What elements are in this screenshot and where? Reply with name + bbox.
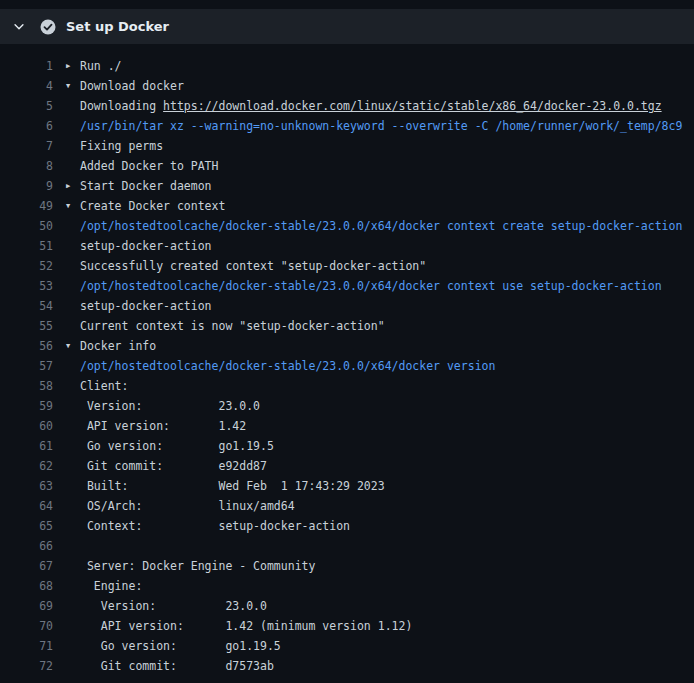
triangle-down-icon[interactable]: ▼ xyxy=(66,76,80,96)
log-row: 60 API version: 1.42 xyxy=(0,416,694,436)
log-row: 54setup-docker-action xyxy=(0,296,694,316)
line-number[interactable]: 64 xyxy=(0,496,53,516)
line-content: Git commit: d7573ab xyxy=(66,656,274,676)
line-content: API version: 1.42 (minimum version 1.12) xyxy=(66,616,412,636)
line-number[interactable]: 51 xyxy=(0,236,53,256)
line-number[interactable]: 5 xyxy=(0,96,53,116)
line-number[interactable]: 49 xyxy=(0,196,53,216)
line-number[interactable]: 1 xyxy=(0,56,53,76)
triangle-down-icon[interactable]: ▼ xyxy=(66,196,80,216)
line-number[interactable]: 58 xyxy=(0,376,53,396)
line-number[interactable]: 57 xyxy=(0,356,53,376)
line-number[interactable]: 55 xyxy=(0,316,53,336)
log-text: Git commit: e92dd87 xyxy=(80,459,267,473)
line-content: ▼Download docker xyxy=(66,76,184,96)
line-content: Git commit: e92dd87 xyxy=(66,456,267,476)
log-text: /opt/hostedtoolcache/docker-stable/23.0.… xyxy=(80,279,662,293)
log-row: 61 Go version: go1.19.5 xyxy=(0,436,694,456)
log-link[interactable]: https://download.docker.com/linux/static… xyxy=(163,99,662,113)
line-content: /opt/hostedtoolcache/docker-stable/23.0.… xyxy=(66,276,662,296)
triangle-right-icon[interactable]: ▶ xyxy=(66,176,80,196)
line-number[interactable]: 8 xyxy=(0,156,53,176)
step-title: Set up Docker xyxy=(66,19,169,34)
log-group-row[interactable]: 49▼Create Docker context xyxy=(0,196,694,216)
line-number[interactable]: 70 xyxy=(0,616,53,636)
log-text: Run ./ xyxy=(80,59,122,73)
line-content: ▼Docker info xyxy=(66,336,156,356)
line-number[interactable]: 9 xyxy=(0,176,53,196)
log-text: API version: 1.42 xyxy=(80,419,246,433)
log-group-row[interactable]: 4▼Download docker xyxy=(0,76,694,96)
line-content: Version: 23.0.0 xyxy=(66,396,260,416)
line-number[interactable]: 53 xyxy=(0,276,53,296)
log-text: Docker info xyxy=(80,339,156,353)
line-number[interactable]: 65 xyxy=(0,516,53,536)
line-number[interactable]: 67 xyxy=(0,556,53,576)
log-text: Server: Docker Engine - Community xyxy=(80,559,315,573)
line-number[interactable]: 68 xyxy=(0,576,53,596)
line-content: Context: setup-docker-action xyxy=(66,516,350,536)
triangle-right-icon[interactable]: ▶ xyxy=(66,56,80,76)
step-header[interactable]: Set up Docker xyxy=(0,9,694,44)
line-content: Go version: go1.19.5 xyxy=(66,436,274,456)
log-group-row[interactable]: 56▼Docker info xyxy=(0,336,694,356)
line-content: Added Docker to PATH xyxy=(66,156,218,176)
log-container: 1▶Run ./4▼Download docker5Downloading ht… xyxy=(0,44,694,676)
line-content: /usr/bin/tar xz --warning=no-unknown-key… xyxy=(66,116,682,136)
triangle-down-icon[interactable]: ▼ xyxy=(66,336,80,356)
line-number[interactable]: 61 xyxy=(0,436,53,456)
log-text: API version: 1.42 (minimum version 1.12) xyxy=(80,619,412,633)
line-number[interactable]: 62 xyxy=(0,456,53,476)
chevron-down-icon[interactable] xyxy=(12,19,30,35)
log-row: 70 API version: 1.42 (minimum version 1.… xyxy=(0,616,694,636)
line-number[interactable]: 50 xyxy=(0,216,53,236)
line-number[interactable]: 71 xyxy=(0,636,53,656)
line-content: Go version: go1.19.5 xyxy=(66,636,281,656)
log-group-row[interactable]: 1▶Run ./ xyxy=(0,56,694,76)
line-number[interactable]: 69 xyxy=(0,596,53,616)
line-number[interactable]: 6 xyxy=(0,116,53,136)
log-row: 57/opt/hostedtoolcache/docker-stable/23.… xyxy=(0,356,694,376)
line-content: setup-docker-action xyxy=(66,296,212,316)
log-row: 72 Git commit: d7573ab xyxy=(0,656,694,676)
line-number[interactable]: 72 xyxy=(0,656,53,676)
line-number[interactable]: 63 xyxy=(0,476,53,496)
log-lines: 1▶Run ./4▼Download docker5Downloading ht… xyxy=(0,56,694,676)
log-row: 66 xyxy=(0,536,694,556)
log-row: 63 Built: Wed Feb 1 17:43:29 2023 xyxy=(0,476,694,496)
log-text: setup-docker-action xyxy=(80,299,212,313)
line-number[interactable]: 52 xyxy=(0,256,53,276)
line-number[interactable]: 7 xyxy=(0,136,53,156)
log-text: Version: 23.0.0 xyxy=(80,399,260,413)
log-text: Built: Wed Feb 1 17:43:29 2023 xyxy=(80,479,385,493)
log-text: Added Docker to PATH xyxy=(80,159,218,173)
line-number[interactable]: 59 xyxy=(0,396,53,416)
line-content: /opt/hostedtoolcache/docker-stable/23.0.… xyxy=(66,216,682,236)
line-content: Version: 23.0.0 xyxy=(66,596,267,616)
log-text: Context: setup-docker-action xyxy=(80,519,350,533)
line-number[interactable]: 56 xyxy=(0,336,53,356)
line-number[interactable]: 54 xyxy=(0,296,53,316)
log-row: 53/opt/hostedtoolcache/docker-stable/23.… xyxy=(0,276,694,296)
log-row: 62 Git commit: e92dd87 xyxy=(0,456,694,476)
log-group-row[interactable]: 9▶Start Docker daemon xyxy=(0,176,694,196)
log-row: 64 OS/Arch: linux/amd64 xyxy=(0,496,694,516)
log-row: 7Fixing perms xyxy=(0,136,694,156)
line-content: Client: xyxy=(66,376,128,396)
log-text: Current context is now "setup-docker-act… xyxy=(80,319,385,333)
log-text: Download docker xyxy=(80,79,184,93)
log-row: 55Current context is now "setup-docker-a… xyxy=(0,316,694,336)
line-content: ▶Run ./ xyxy=(66,56,122,76)
line-content: Built: Wed Feb 1 17:43:29 2023 xyxy=(66,476,385,496)
line-content: setup-docker-action xyxy=(66,236,212,256)
log-text: Client: xyxy=(80,379,128,393)
line-number[interactable]: 4 xyxy=(0,76,53,96)
line-content: Server: Docker Engine - Community xyxy=(66,556,315,576)
log-row: 58Client: xyxy=(0,376,694,396)
log-text: Create Docker context xyxy=(80,199,225,213)
success-check-icon xyxy=(40,19,56,35)
line-number[interactable]: 66 xyxy=(0,536,53,556)
line-number[interactable]: 60 xyxy=(0,416,53,436)
line-content: Engine: xyxy=(66,576,142,596)
log-row: 52Successfully created context "setup-do… xyxy=(0,256,694,276)
